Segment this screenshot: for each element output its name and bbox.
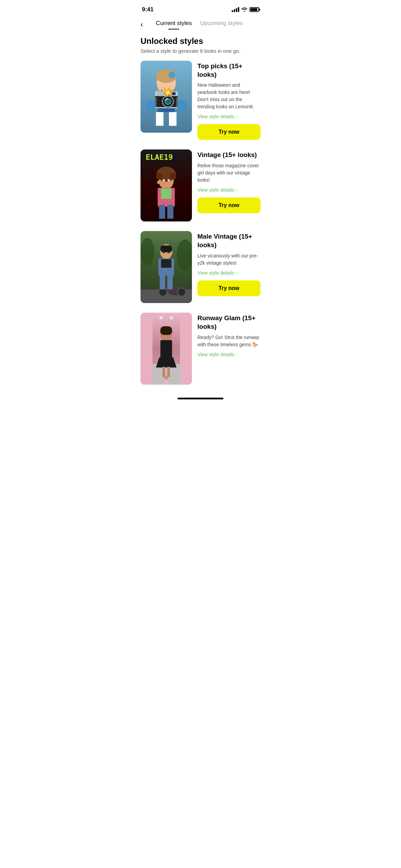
style-name-runway-glam: Runway Glam (15+ looks) xyxy=(197,314,260,331)
svg-rect-47 xyxy=(160,326,172,335)
tab-upcoming-styles[interactable]: Upcoming styles xyxy=(200,20,243,29)
nav-tabs: Current styles Upcoming styles xyxy=(148,20,250,29)
svg-point-19 xyxy=(157,181,160,184)
style-card-vintage: ELAE19 xyxy=(141,149,260,221)
style-description-male-vintage: Live vicariously with our pre-y2k vintag… xyxy=(197,252,260,267)
page-content: Unlocked styles Select a style to genera… xyxy=(134,29,267,385)
runway-glam-image xyxy=(141,313,192,385)
style-name-top-picks: Top picks (15+ looks) xyxy=(197,62,260,79)
style-image-runway-glam xyxy=(141,313,192,385)
style-image-vintage: ELAE19 xyxy=(141,149,192,221)
style-image-top-picks xyxy=(141,61,192,133)
style-description-vintage: Relive those magazine cover girl days wi… xyxy=(197,162,260,184)
svg-rect-4 xyxy=(169,112,177,126)
style-image-male-vintage xyxy=(141,231,192,303)
tab-current-styles[interactable]: Current styles xyxy=(156,20,192,29)
status-icons xyxy=(232,7,259,13)
svg-rect-35 xyxy=(160,245,172,252)
style-info-runway-glam: Runway Glam (15+ looks) Ready? Go! Strut… xyxy=(197,313,260,385)
status-bar: 9:41 xyxy=(134,0,267,17)
male-vintage-image xyxy=(141,231,192,303)
svg-point-7 xyxy=(177,100,187,110)
nav-header: ‹ Current styles Upcoming styles xyxy=(134,17,267,29)
section-title: Unlocked styles xyxy=(141,36,260,46)
svg-point-8 xyxy=(169,72,175,79)
wifi-icon xyxy=(241,7,247,13)
chevron-right-icon: › xyxy=(235,114,237,119)
chevron-right-icon: › xyxy=(235,270,237,275)
style-card-runway-glam: Runway Glam (15+ looks) Ready? Go! Strut… xyxy=(141,313,260,385)
style-name-male-vintage: Male Vintage (15+ looks) xyxy=(197,232,260,249)
svg-rect-50 xyxy=(162,367,165,377)
svg-rect-51 xyxy=(167,367,170,377)
svg-point-6 xyxy=(146,100,156,110)
view-details-top-picks[interactable]: View style details › xyxy=(197,114,260,119)
chevron-right-icon: › xyxy=(235,188,237,192)
svg-marker-46 xyxy=(156,357,177,367)
battery-icon xyxy=(250,7,259,12)
style-info-top-picks: Top picks (15+ looks) New Halloween and … xyxy=(197,61,260,140)
svg-point-20 xyxy=(163,179,165,181)
svg-rect-39 xyxy=(141,313,153,385)
try-now-button-top-picks[interactable]: Try now xyxy=(197,124,260,140)
svg-point-29 xyxy=(178,288,186,296)
svg-rect-43 xyxy=(165,380,168,385)
svg-point-17 xyxy=(156,173,163,180)
svg-point-36 xyxy=(163,251,165,253)
try-now-button-male-vintage[interactable]: Try now xyxy=(197,280,260,296)
try-now-button-vintage[interactable]: Try now xyxy=(197,197,260,213)
style-description-runway-glam: Ready? Go! Strut the runway with these t… xyxy=(197,334,260,348)
svg-rect-40 xyxy=(180,313,192,385)
section-subtitle: Select a style to generate 8 looks in on… xyxy=(141,48,260,54)
svg-rect-2 xyxy=(158,92,175,112)
svg-point-21 xyxy=(168,179,170,181)
status-time: 9:41 xyxy=(142,6,154,13)
signal-icon xyxy=(232,7,239,12)
svg-rect-34 xyxy=(167,275,173,289)
svg-point-37 xyxy=(168,251,170,253)
view-details-male-vintage[interactable]: View style details › xyxy=(197,270,260,276)
style-card-top-picks: Top picks (15+ looks) New Halloween and … xyxy=(141,61,260,140)
cheerleader-image xyxy=(141,61,192,133)
svg-point-18 xyxy=(170,173,177,180)
vintage-image: ELAE19 xyxy=(141,149,192,221)
svg-point-48 xyxy=(159,316,163,320)
view-details-runway-glam[interactable]: View style details › xyxy=(197,352,260,357)
style-info-vintage: Vintage (15+ looks) Relive those magazin… xyxy=(197,149,260,221)
style-name-vintage: Vintage (15+ looks) xyxy=(197,151,260,159)
svg-rect-33 xyxy=(160,275,165,289)
home-indicator xyxy=(134,394,267,402)
style-card-male-vintage: Male Vintage (15+ looks) Live vicariousl… xyxy=(141,231,260,303)
svg-text:ELAE19: ELAE19 xyxy=(146,153,173,161)
svg-point-23 xyxy=(141,238,154,265)
style-info-male-vintage: Male Vintage (15+ looks) Live vicariousl… xyxy=(197,231,260,303)
svg-rect-32 xyxy=(161,259,171,268)
svg-rect-13 xyxy=(161,189,171,199)
chevron-right-icon: › xyxy=(235,352,237,357)
view-details-vintage[interactable]: View style details › xyxy=(197,187,260,193)
back-button[interactable]: ‹ xyxy=(141,21,143,28)
styles-list: Top picks (15+ looks) New Halloween and … xyxy=(141,61,260,385)
svg-rect-14 xyxy=(159,205,165,219)
svg-rect-3 xyxy=(156,112,163,126)
svg-point-49 xyxy=(170,316,173,320)
home-bar xyxy=(178,398,223,399)
svg-rect-15 xyxy=(167,205,173,219)
style-description-top-picks: New Halloween and yearbook looks are her… xyxy=(197,82,260,110)
